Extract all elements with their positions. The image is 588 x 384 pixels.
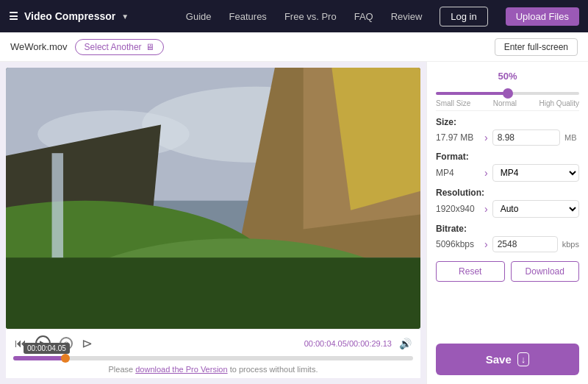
total-time: 00:00:29.13 bbox=[349, 339, 392, 348]
time-display: 00:00:04.05/00:00:29.13 bbox=[304, 339, 392, 348]
slider-min-label: Small Size bbox=[436, 99, 470, 107]
quality-section: 50% Small Size Normal High Quality bbox=[436, 71, 579, 111]
bitrate-input-row: 5096kbps › kbps bbox=[436, 236, 579, 252]
video-container bbox=[6, 68, 420, 329]
controls-row: ⏮ ▶ ⊙ ⊳ 00:00:04.05/00:00:29.13 🔊 bbox=[13, 334, 413, 353]
settings-panel: 50% Small Size Normal High Quality Size:… bbox=[426, 62, 588, 384]
fullscreen-button[interactable]: Enter full-screen bbox=[495, 38, 578, 56]
download-button[interactable]: Download bbox=[511, 261, 580, 282]
nav-link-guide[interactable]: Guide bbox=[186, 11, 212, 22]
svg-rect-14 bbox=[6, 257, 420, 329]
subheader: WeWork.mov Select Another 🖥 Enter full-s… bbox=[0, 32, 588, 62]
resolution-current: 1920x940 bbox=[436, 204, 480, 214]
action-buttons: Reset Download bbox=[436, 261, 579, 282]
size-input[interactable] bbox=[492, 129, 560, 146]
nav-link-features[interactable]: Features bbox=[229, 11, 267, 22]
bitrate-current: 5096kbps bbox=[436, 239, 480, 249]
format-chevron-icon: › bbox=[484, 167, 488, 179]
pro-message-text2: to process without limits. bbox=[228, 365, 318, 374]
bitrate-chevron-icon: › bbox=[484, 238, 488, 250]
nav-link-review[interactable]: Review bbox=[391, 11, 423, 22]
bitrate-label: Bitrate: bbox=[436, 224, 579, 234]
pro-message-text: Please bbox=[109, 365, 136, 374]
timeline-thumb[interactable] bbox=[61, 354, 70, 363]
app-title: Video Compressor bbox=[24, 10, 115, 22]
logo-dropdown-icon[interactable]: ▼ bbox=[121, 13, 129, 21]
video-panel: ⏮ ▶ ⊙ ⊳ 00:00:04.05/00:00:29.13 🔊 bbox=[0, 62, 426, 384]
format-current: MP4 bbox=[436, 168, 480, 178]
timeline-bar[interactable] bbox=[13, 356, 413, 360]
video-thumbnail bbox=[6, 68, 420, 329]
video-controls: ⏮ ▶ ⊙ ⊳ 00:00:04.05/00:00:29.13 🔊 bbox=[6, 329, 420, 378]
volume-icon: 🔊 bbox=[399, 338, 412, 349]
time-tooltip: 00:00:04.05 bbox=[24, 343, 70, 354]
filename-label: WeWork.mov bbox=[10, 41, 68, 52]
menu-icon: ☰ bbox=[9, 10, 18, 22]
nav-links: Guide Features Free vs. Pro FAQ Review L… bbox=[186, 7, 579, 26]
slider-max-label: High Quality bbox=[539, 99, 579, 107]
slider-labels: Small Size Normal High Quality bbox=[436, 99, 579, 107]
quality-percent: 50% bbox=[436, 71, 579, 82]
size-input-row: 17.97 MB › MB bbox=[436, 129, 579, 146]
size-chevron-icon: › bbox=[484, 132, 488, 143]
save-label: Save bbox=[486, 353, 512, 366]
resolution-setting: Resolution: 1920x940 › Auto 1920x1080 12… bbox=[436, 188, 579, 218]
format-setting: Format: MP4 › MP4 MOV AVI MKV bbox=[436, 152, 579, 182]
navbar: ☰ Video Compressor ▼ Guide Features Free… bbox=[0, 0, 588, 32]
size-setting: Size: 17.97 MB › MB bbox=[436, 117, 579, 146]
format-label: Format: bbox=[436, 152, 579, 162]
bitrate-unit: kbps bbox=[562, 240, 579, 249]
save-section: Save ↓ bbox=[436, 344, 579, 375]
nav-link-free-pro[interactable]: Free vs. Pro bbox=[284, 11, 337, 22]
upload-button[interactable]: Upload Files bbox=[506, 7, 579, 26]
volume-button[interactable]: 🔊 bbox=[398, 336, 413, 351]
size-label: Size: bbox=[436, 117, 579, 127]
main-content: ⏮ ▶ ⊙ ⊳ 00:00:04.05/00:00:29.13 🔊 bbox=[0, 62, 588, 384]
nav-logo: ☰ Video Compressor ▼ bbox=[9, 10, 129, 22]
bitrate-setting: Bitrate: 5096kbps › kbps bbox=[436, 224, 579, 252]
select-another-label: Select Another bbox=[85, 42, 142, 52]
slider-mid-label: Normal bbox=[493, 99, 517, 107]
resolution-input-row: 1920x940 › Auto 1920x1080 1280x720 854x4… bbox=[436, 200, 579, 218]
bitrate-input[interactable] bbox=[492, 236, 558, 252]
nav-link-faq[interactable]: FAQ bbox=[354, 11, 373, 22]
save-icon: ↓ bbox=[517, 352, 530, 366]
format-input-row: MP4 › MP4 MOV AVI MKV bbox=[436, 164, 579, 182]
reset-button[interactable]: Reset bbox=[436, 261, 505, 282]
size-current: 17.97 MB bbox=[436, 132, 480, 143]
quality-slider[interactable] bbox=[436, 92, 579, 95]
pro-message: Please download the Pro Version to proce… bbox=[13, 365, 413, 374]
size-unit: MB bbox=[564, 133, 579, 142]
pro-version-link[interactable]: download the Pro Version bbox=[135, 365, 227, 374]
select-another-button[interactable]: Select Another 🖥 bbox=[75, 39, 164, 55]
save-button[interactable]: Save ↓ bbox=[436, 344, 579, 375]
login-button[interactable]: Log in bbox=[440, 7, 487, 26]
resolution-label: Resolution: bbox=[436, 188, 579, 198]
frame-forward-icon: ⊳ bbox=[82, 335, 93, 352]
resolution-select[interactable]: Auto 1920x1080 1280x720 854x480 bbox=[492, 200, 579, 218]
timeline-container: 00:00:04.05 bbox=[13, 356, 413, 360]
frame-forward-button[interactable]: ⊳ bbox=[80, 334, 94, 353]
monitor-icon: 🖥 bbox=[146, 42, 154, 52]
timeline-progress bbox=[13, 356, 69, 360]
resolution-chevron-icon: › bbox=[484, 203, 488, 215]
format-select[interactable]: MP4 MOV AVI MKV bbox=[492, 164, 579, 182]
current-time: 00:00:04.05 bbox=[304, 339, 347, 348]
